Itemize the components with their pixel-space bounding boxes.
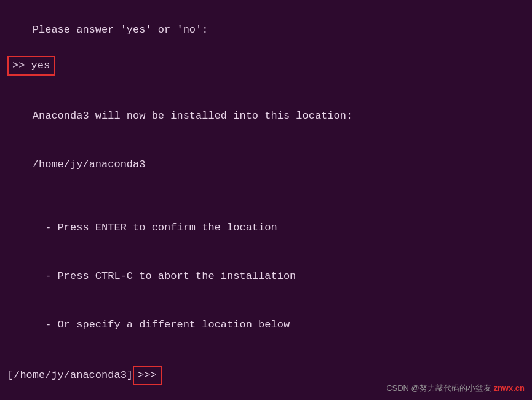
watermark-site: znwx.cn (493, 383, 525, 393)
terminal-line-9: - Or specify a different location below (7, 301, 525, 350)
prompt-input[interactable]: >>> (133, 366, 162, 385)
terminal-line-7: - Press ENTER to confirm the location (7, 203, 525, 252)
terminal-blank-1 (7, 77, 525, 92)
terminal-line-8: - Press CTRL-C to abort the installation (7, 252, 525, 300)
terminal-line-2: >> yes (7, 56, 525, 76)
terminal-line-5: /home/jy/anaconda3 (7, 140, 525, 189)
watermark: CSDN @努力敲代码的小盆友 znwx.cn (386, 383, 525, 394)
line1-text: Please answer 'yes' or 'no': (33, 24, 208, 36)
terminal-blank-3 (7, 350, 525, 364)
watermark-platform: CSDN @努力敲代码的小盆友 (386, 383, 491, 393)
yes-input[interactable]: >> yes (7, 56, 55, 76)
terminal-window: Please answer 'yes' or 'no': >> yes Anac… (0, 0, 532, 400)
terminal-blank-2 (7, 189, 525, 203)
line4-text: Anaconda3 will now be installed into thi… (33, 110, 352, 122)
line9-text: - Or specify a different location below (33, 319, 290, 331)
line5-text: /home/jy/anaconda3 (33, 159, 146, 170)
path-prefix: [/home/jy/anaconda3] (7, 367, 133, 383)
terminal-line-1: Please answer 'yes' or 'no': (7, 6, 525, 55)
line8-text: - Press CTRL-C to abort the installation (33, 270, 296, 282)
terminal-line-4: Anaconda3 will now be installed into thi… (7, 92, 525, 140)
line7-text: - Press ENTER to confirm the location (33, 222, 277, 233)
